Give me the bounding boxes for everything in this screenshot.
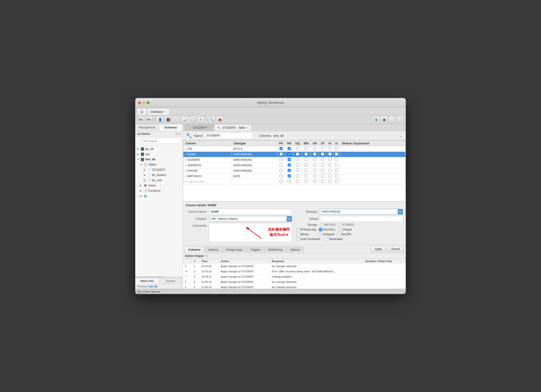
table-row[interactable]: ⇅ SID INT(11) [183,146,406,152]
cell-ai[interactable] [327,163,333,168]
zf-checkbox[interactable] [321,147,324,150]
cell-uq[interactable] [293,168,302,174]
stored-radio[interactable] [338,223,341,226]
un-checkbox[interactable] [313,163,316,167]
sidebar-item-jsp-db[interactable]: ▶ 🗄️ jsp_db [135,146,183,152]
revert-button[interactable]: Revert [387,246,404,252]
cell-uq[interactable] [293,146,302,152]
toolbar-layout3-btn[interactable]: ⬜ [397,116,404,123]
toolbar-table2-btn[interactable]: 📋 [189,116,196,123]
pk-checkbox[interactable] [280,169,283,172]
chevron-down-icon[interactable]: ⌄ [399,133,403,138]
cell-un[interactable] [311,146,319,152]
not-null-checkbox[interactable] [319,228,322,231]
cell-bin[interactable] [302,168,311,174]
generated-checkbox[interactable] [325,238,328,241]
un-checkbox[interactable] [313,158,316,161]
table-row[interactable]: ⇅ BIRTHDAY DATE [183,174,406,179]
zerofill-checkbox[interactable] [338,233,340,236]
cell-nn[interactable] [285,163,293,168]
apply-button[interactable]: Apply [371,246,386,252]
tab-object-info[interactable]: Object Info [135,278,159,284]
uq-checkbox[interactable] [296,147,299,150]
cell-nn[interactable] [285,157,293,163]
bottom-tab-partitioning[interactable]: Partitioning [265,246,286,253]
ai-checkbox[interactable] [328,174,332,178]
uq-checkbox[interactable] [296,153,299,156]
cell-nn[interactable] [285,168,293,174]
uq-checkbox[interactable] [296,169,299,172]
auto-increment-checkbox[interactable] [297,238,300,241]
cell-uq[interactable] [293,157,302,163]
cell-pk[interactable] [277,146,285,152]
cell-bin[interactable] [302,157,311,163]
auto-increment-label[interactable]: Auto Increment [297,237,320,241]
output-sort-icon[interactable]: ⇅ [205,254,208,258]
cell-un[interactable] [311,157,319,163]
cell-zf[interactable] [319,146,327,152]
table-row[interactable]: ⇅ NAME VARCHAR(45) [183,152,406,157]
primary-key-label[interactable]: Primary Key [297,228,316,231]
bin-checkbox[interactable] [305,158,308,161]
table-row[interactable]: ⇅ GENDER VARCHAR(45) [183,157,406,163]
toolbar-sql-btn-2[interactable]: SQL [145,116,152,123]
editor-tab-student-table[interactable]: 🔧 STUDENT - Table ✕ [214,124,252,131]
pk-checkbox[interactable] [280,147,283,150]
cell-uq[interactable] [293,163,302,168]
tab-session[interactable]: Session [159,278,183,284]
g-checkbox[interactable] [335,158,338,161]
editor-tab-student[interactable]: ⚡ STUDENT* ✕ [185,124,214,131]
cell-nn[interactable] [285,152,293,157]
cell-ai[interactable] [327,157,333,163]
add-icon[interactable]: + [179,132,181,136]
virtual-radio-label[interactable]: VIRTUAL [320,223,336,226]
cell-g[interactable] [333,152,340,157]
cell-bin-empty[interactable] [302,179,311,185]
cell-ai[interactable] [327,174,333,179]
ai-checkbox[interactable] [328,169,332,172]
cell-ai-empty[interactable] [327,179,333,185]
zf-checkbox[interactable] [321,153,324,156]
pk-checkbox[interactable] [280,163,283,167]
cell-zf[interactable] [319,163,327,168]
bottom-tab-options[interactable]: Options [287,246,304,253]
editor-tab-student-table-close[interactable]: ✕ [247,126,249,129]
zf-checkbox[interactable] [321,180,324,183]
pk-checkbox[interactable] [280,180,283,183]
tab-home[interactable]: 🏠 [137,108,147,115]
sidebar-item-tbl-student[interactable]: ▶ 📄 tbl_student [135,173,183,178]
table-row[interactable]: ⇅ PHONE VARCHAR(45) [183,168,406,174]
cell-un-empty[interactable] [311,179,319,185]
toolbar-db-btn[interactable]: 🗄️ [165,116,172,123]
pk-checkbox[interactable] [280,174,283,178]
table-name-input[interactable] [205,132,253,139]
bottom-tab-columns[interactable]: Columns [185,246,204,253]
not-null-label[interactable]: Not NULL [319,228,336,231]
cell-g-empty[interactable] [333,179,340,185]
binary-label[interactable]: Binary [297,233,309,236]
ai-checkbox[interactable] [328,158,332,161]
cell-g[interactable] [333,174,340,179]
nn-checkbox[interactable] [288,180,291,183]
cell-pk[interactable] [277,168,285,174]
cell-uq[interactable] [293,152,302,157]
nn-checkbox[interactable] [288,158,291,161]
cell-bin[interactable] [302,174,311,179]
bin-checkbox[interactable] [305,180,308,183]
ai-checkbox[interactable] [328,147,332,150]
sidebar-item-sys[interactable]: ▶ 🗄️ sys [135,152,183,157]
minimize-button[interactable] [142,101,145,104]
sidebar-item-test-db[interactable]: ▼ 🗄️ test_db [135,157,183,162]
sidebar-item-stored-procedures[interactable]: ▶ 📝 Functions [135,188,183,193]
unsigned-checkbox[interactable] [318,233,322,236]
g-checkbox[interactable] [335,147,338,150]
tab-schemas[interactable]: Schemas [159,124,183,131]
ai-checkbox[interactable] [328,153,332,156]
zerofill-label[interactable]: ZeroFill [338,233,351,236]
cell-pk[interactable] [277,174,285,179]
column-name-input[interactable] [209,209,292,214]
pk-checkbox[interactable] [280,158,283,161]
toolbar-settings-btn[interactable]: ⚙️ [372,116,380,123]
bottom-tab-triggers[interactable]: Triggers [247,246,264,253]
toolbar-sql-btn-1[interactable]: SQL [137,116,144,123]
